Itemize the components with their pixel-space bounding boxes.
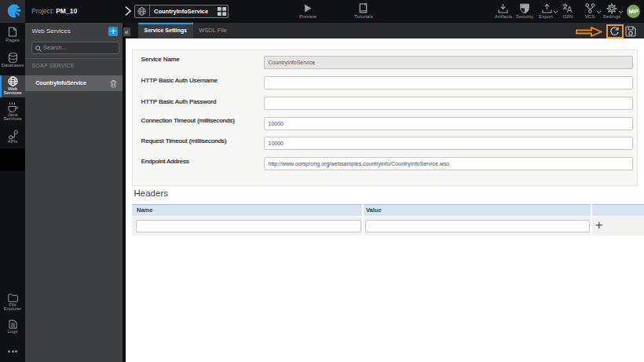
svg-text:A: A [567,5,573,13]
